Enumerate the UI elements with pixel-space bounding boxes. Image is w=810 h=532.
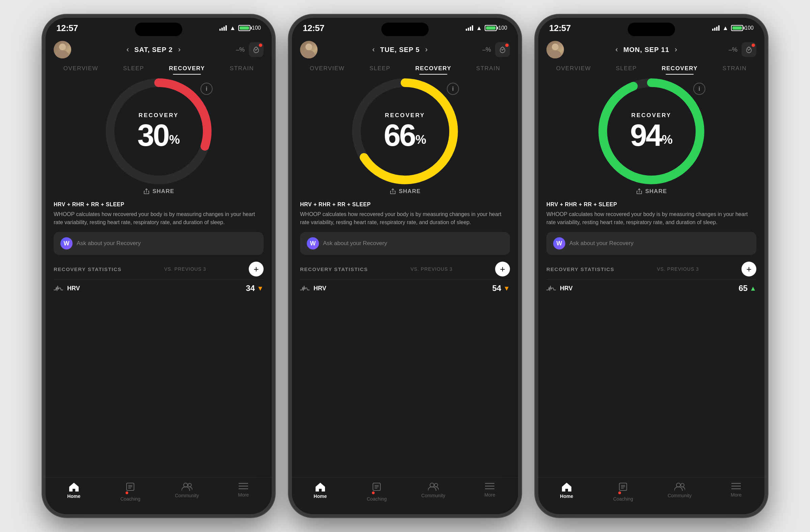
bottom-nav-more[interactable]: More (723, 482, 749, 498)
recovery-percent-header: –% (729, 46, 738, 53)
share-button[interactable]: SHARE (300, 188, 510, 195)
ring-percent: % (169, 133, 180, 146)
header-right: –% (482, 42, 510, 57)
tab-overview[interactable]: OVERVIEW (58, 62, 103, 75)
coaching-notification-dot (372, 491, 375, 494)
tab-sleep[interactable]: SLEEP (611, 62, 642, 75)
ask-ai-button[interactable]: W Ask about your Recovery (300, 232, 510, 255)
tab-overview[interactable]: OVERVIEW (551, 62, 596, 75)
svg-point-20 (434, 483, 438, 487)
recovery-icon-button[interactable] (495, 42, 510, 57)
phone-3: 12:57 ▲ 100 (535, 15, 768, 517)
stats-header: RECOVERY STATISTICS VS. PREVIOUS 3 + (54, 262, 263, 276)
bottom-nav-coaching[interactable]: Coaching (117, 482, 144, 502)
tab-recovery[interactable]: RECOVERY (164, 62, 211, 75)
share-button[interactable]: SHARE (547, 188, 756, 195)
bottom-nav-community[interactable]: Community (666, 482, 693, 498)
hrv-stat-name: HRV (560, 285, 573, 292)
battery-icon (731, 25, 743, 31)
add-stats-button[interactable]: + (249, 262, 263, 276)
bottom-nav-more[interactable]: More (230, 482, 257, 498)
bottom-nav-community[interactable]: Community (174, 482, 200, 498)
hrv-chart-icon (547, 285, 556, 292)
avatar-image (300, 41, 318, 59)
prev-date-button[interactable]: ‹ (127, 45, 129, 54)
ring-center: RECOVERY 94% (630, 112, 673, 150)
recovery-icon-button[interactable] (249, 42, 263, 57)
ask-ai-button[interactable]: W Ask about your Recovery (54, 232, 263, 255)
add-stats-button[interactable]: + (495, 262, 510, 276)
battery-text: 100 (745, 25, 754, 31)
description-section: HRV + RHR + RR + SLEEP WHOOP calculates … (547, 201, 756, 226)
bottom-nav-more[interactable]: More (476, 482, 503, 498)
prev-date-button[interactable]: ‹ (372, 45, 375, 54)
status-icons: ▲ 100 (712, 25, 754, 32)
trend-down-icon: ▼ (503, 285, 510, 292)
avatar[interactable] (300, 41, 318, 59)
bottom-nav-coaching[interactable]: Coaching (610, 482, 636, 502)
ask-ai-text: Ask about your Recovery (323, 240, 387, 247)
notification-dot (505, 44, 508, 47)
tab-overview[interactable]: OVERVIEW (304, 62, 350, 75)
tab-sleep[interactable]: SLEEP (364, 62, 396, 75)
next-date-button[interactable]: › (425, 45, 427, 54)
tab-recovery[interactable]: RECOVERY (657, 62, 703, 75)
hrv-description: WHOOP calculates how recovered your body… (300, 210, 510, 226)
bottom-nav: Home (538, 477, 764, 514)
signal-bars-icon (220, 25, 227, 31)
share-button[interactable]: SHARE (54, 188, 263, 195)
hrv-description: WHOOP calculates how recovered your body… (54, 210, 263, 226)
recovery-percent-header: –% (482, 46, 491, 53)
recovery-ring-container: RECOVERY 66% i (351, 77, 459, 185)
hrv-formula-label: HRV + RHR + RR + SLEEP (54, 201, 263, 208)
svg-point-14 (305, 44, 312, 50)
bottom-nav-home[interactable]: Home (307, 482, 334, 499)
bottom-nav-label-more: More (484, 492, 495, 498)
date-nav: ‹ TUE, SEP 5 › (372, 45, 427, 54)
current-date: MON, SEP 11 (623, 46, 669, 54)
hrv-stat-row: HRV 34 ▼ (54, 279, 263, 297)
coaching-notification-dot (126, 491, 128, 494)
tab-strain[interactable]: STRAIN (471, 62, 506, 75)
ring-label: RECOVERY (137, 112, 180, 119)
tab-strain[interactable]: STRAIN (224, 62, 259, 75)
share-label: SHARE (645, 188, 667, 195)
tab-recovery[interactable]: RECOVERY (410, 62, 457, 75)
bottom-nav-label-home: Home (67, 494, 80, 499)
dynamic-island (628, 22, 675, 36)
hrv-description: WHOOP calculates how recovered your body… (547, 210, 756, 226)
info-button[interactable]: i (447, 83, 459, 95)
info-button[interactable]: i (200, 83, 213, 95)
avatar[interactable] (547, 41, 564, 59)
bottom-nav-coaching[interactable]: Coaching (363, 482, 390, 502)
ring-center: RECOVERY 66% (384, 112, 426, 150)
next-date-button[interactable]: › (178, 45, 181, 54)
hrv-formula-label: HRV + RHR + RR + SLEEP (300, 201, 510, 208)
tab-strain[interactable]: STRAIN (717, 62, 752, 75)
share-label: SHARE (152, 188, 175, 195)
svg-point-32 (681, 483, 684, 487)
app-header: ‹ SAT, SEP 2 › –% (46, 38, 272, 62)
hrv-formula-label: HRV + RHR + RR + SLEEP (547, 201, 756, 208)
ask-ai-button[interactable]: W Ask about your Recovery (547, 232, 756, 255)
bottom-nav-home[interactable]: Home (553, 482, 580, 499)
bottom-nav-label-community: Community (175, 493, 199, 498)
stats-title: RECOVERY STATISTICS (547, 266, 614, 272)
share-icon (389, 188, 396, 195)
next-date-button[interactable]: › (675, 45, 677, 54)
tab-sleep[interactable]: SLEEP (118, 62, 149, 75)
more-icon (485, 482, 495, 490)
bottom-nav-community[interactable]: Community (420, 482, 447, 498)
svg-point-8 (188, 483, 191, 487)
stats-header: RECOVERY STATISTICS VS. PREVIOUS 3 + (300, 262, 510, 276)
avatar[interactable] (54, 41, 71, 59)
wifi-icon: ▲ (229, 25, 236, 32)
bottom-nav-home[interactable]: Home (61, 482, 87, 499)
info-button[interactable]: i (693, 83, 706, 95)
nav-tabs: OVERVIEW SLEEP RECOVERY STRAIN (538, 62, 764, 75)
prev-date-button[interactable]: ‹ (616, 45, 618, 54)
recovery-icon-button[interactable] (742, 42, 756, 57)
hrv-stat-name: HRV (313, 285, 326, 292)
add-stats-button[interactable]: + (742, 262, 756, 276)
home-icon (68, 482, 79, 491)
